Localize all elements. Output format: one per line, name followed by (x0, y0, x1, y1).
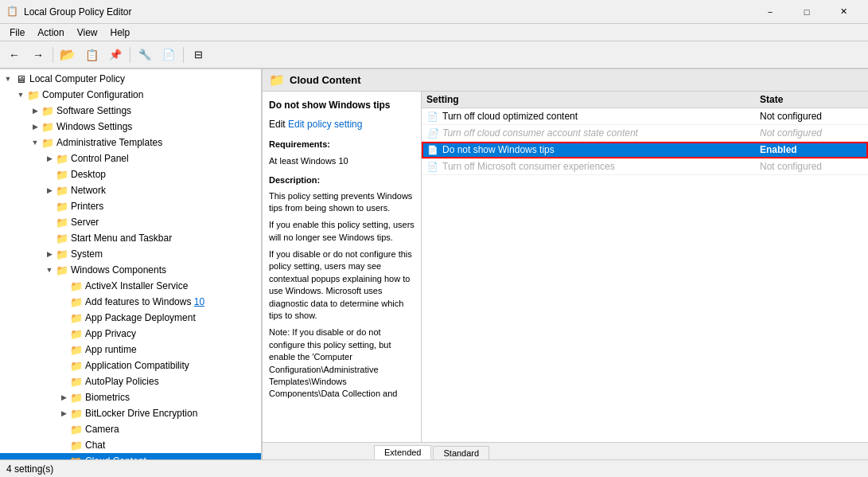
menu-help[interactable]: Help (104, 25, 137, 40)
app-privacy-label: App Privacy (85, 328, 136, 339)
server-label: Server (71, 217, 99, 228)
detail-edit-link[interactable]: Edit Edit policy setting (269, 117, 415, 131)
tree-item-network[interactable]: ▶ 📁 Network (0, 182, 261, 198)
detail-requirements-value: At least Windows 10 (269, 154, 415, 168)
header-setting: Setting (426, 94, 760, 105)
menu-action[interactable]: Action (31, 25, 70, 40)
app-privacy-expander (57, 327, 70, 340)
chat-expander (57, 439, 70, 452)
filter-button[interactable]: ⊟ (187, 45, 209, 65)
forward-button[interactable]: → (27, 45, 49, 65)
minimize-button[interactable]: − (752, 0, 788, 24)
tree-item-software-settings[interactable]: ▶ 📁 Software Settings (0, 103, 261, 119)
menu-view[interactable]: View (71, 25, 104, 40)
settings-row-3[interactable]: 📄 Do not show Windows tips Enabled (422, 142, 868, 158)
settings-row-2-label: Turn off cloud consumer account state co… (442, 127, 760, 139)
settings-table-header: Setting State (422, 92, 868, 108)
tree-item-chat[interactable]: 📁 Chat (0, 437, 261, 453)
chat-icon: 📁 (70, 439, 83, 452)
tree-item-camera[interactable]: 📁 Camera (0, 421, 261, 437)
tree-item-app-package[interactable]: 📁 App Package Deployment (0, 310, 261, 326)
control-panel-label: Control Panel (71, 153, 129, 164)
tab-extended[interactable]: Extended (374, 445, 431, 459)
status-text: 4 setting(s) (6, 463, 53, 475)
biometrics-icon: 📁 (70, 391, 83, 404)
edit-policy-setting-link[interactable]: Edit policy setting (288, 119, 362, 130)
tree-item-system[interactable]: ▶ 📁 System (0, 246, 261, 262)
show-hide-button[interactable]: 📂 (56, 45, 79, 65)
autoplay-expander (57, 375, 70, 388)
tree-item-app-privacy[interactable]: 📁 App Privacy (0, 326, 261, 342)
settings-row-2[interactable]: 📄 Turn off cloud consumer account state … (422, 125, 868, 142)
properties-button[interactable]: 🔧 (134, 45, 156, 65)
menu-bar: File Action View Help (0, 24, 868, 41)
maximize-button[interactable]: □ (788, 0, 825, 24)
tree-item-cloud-content[interactable]: 📂 Cloud Content (0, 453, 261, 459)
tree-item-computer-config[interactable]: ▼ 📁 Computer Configuration (0, 87, 261, 103)
windows-components-expander: ▼ (43, 264, 56, 276)
tree-item-desktop[interactable]: 📁 Desktop (0, 166, 261, 182)
title-bar: 📋 Local Group Policy Editor − □ ✕ (0, 0, 868, 24)
app-runtime-expander (57, 343, 70, 356)
app-package-label: App Package Deployment (85, 312, 196, 323)
network-label: Network (71, 185, 106, 196)
camera-label: Camera (85, 424, 119, 435)
start-menu-label: Start Menu and Taskbar (71, 233, 172, 244)
settings-row-1[interactable]: 📄 Turn off cloud optimized content Not c… (422, 108, 868, 125)
tree-item-start-menu[interactable]: 📁 Start Menu and Taskbar (0, 230, 261, 246)
tree-item-app-runtime[interactable]: 📁 App runtime (0, 342, 261, 358)
windows-components-label: Windows Components (71, 264, 166, 276)
tree-item-windows-components[interactable]: ▼ 📁 Windows Components (0, 262, 261, 278)
tree-item-admin-templates[interactable]: ▼ 📁 Administrative Templates (0, 135, 261, 151)
tree-item-bitlocker[interactable]: ▶ 📁 BitLocker Drive Encryption (0, 405, 261, 421)
window-controls: − □ ✕ (752, 0, 862, 24)
settings-row-2-state: Not configured (760, 127, 863, 139)
main-container: ▼ 🖥 Local Computer Policy ▼ 📁 Computer C… (0, 68, 868, 459)
detail-description-label: Description: (269, 174, 415, 187)
tree-item-windows-settings[interactable]: ▶ 📁 Windows Settings (0, 119, 261, 135)
paste-button[interactable]: 📌 (104, 45, 127, 65)
biometrics-expander: ▶ (57, 391, 70, 404)
toolbar-separator-1 (53, 47, 53, 63)
toolbar-separator-3 (183, 47, 184, 63)
tree-item-biometrics[interactable]: ▶ 📁 Biometrics (0, 389, 261, 405)
tree-item-server[interactable]: 📁 Server (0, 214, 261, 230)
admin-templates-icon: 📁 (41, 136, 54, 149)
windows-settings-expander: ▶ (29, 120, 41, 133)
toolbar: ← → 📂 📋 📌 🔧 📄 ⊟ (0, 41, 868, 68)
add-features-icon: 📁 (70, 295, 83, 308)
desktop-icon: 📁 (56, 168, 68, 181)
biometrics-label: Biometrics (85, 392, 130, 403)
tree-item-printers[interactable]: 📁 Printers (0, 198, 261, 214)
app-icon: 📋 (6, 6, 19, 18)
menu-file[interactable]: File (3, 25, 31, 40)
tab-standard[interactable]: Standard (433, 446, 489, 459)
copy-button[interactable]: 📋 (80, 45, 103, 65)
control-panel-expander: ▶ (43, 152, 56, 165)
tree-item-app-compat[interactable]: 📁 Application Compatibility (0, 358, 261, 373)
software-settings-expander: ▶ (29, 104, 41, 117)
window-title: Local Group Policy Editor (24, 6, 752, 18)
tree-item-control-panel[interactable]: ▶ 📁 Control Panel (0, 151, 261, 166)
root-label: Local Computer Policy (29, 73, 125, 84)
back-button[interactable]: ← (3, 45, 25, 65)
settings-row-3-state: Enabled (760, 144, 863, 155)
tree-root[interactable]: ▼ 🖥 Local Computer Policy (0, 71, 261, 87)
detail-para-4: Note: If you disable or do not configure… (269, 326, 415, 400)
app-privacy-icon: 📁 (70, 327, 83, 340)
help-button[interactable]: 📄 (158, 45, 180, 65)
activex-label: ActiveX Installer Service (85, 280, 188, 291)
settings-table: Setting State 📄 Turn off cloud optimized… (422, 92, 868, 442)
app-runtime-label: App runtime (85, 344, 137, 355)
tree-item-autoplay[interactable]: 📁 AutoPlay Policies (0, 373, 261, 389)
computer-config-label: Computer Configuration (42, 89, 143, 100)
settings-row-4[interactable]: 📄 Turn off Microsoft consumer experience… (422, 158, 868, 175)
settings-row-1-label: Turn off cloud optimized content (442, 111, 760, 122)
detail-para-3: If you disable or do not configure this … (269, 248, 415, 322)
add-features-expander (57, 295, 70, 308)
tree-item-activex[interactable]: 📁 ActiveX Installer Service (0, 278, 261, 294)
add-features-label: Add features to Windows 10 (85, 296, 204, 307)
close-button[interactable]: ✕ (825, 0, 862, 24)
tree-item-add-features[interactable]: 📁 Add features to Windows 10 (0, 294, 261, 310)
bottom-tabs: Extended Standard (263, 442, 868, 459)
